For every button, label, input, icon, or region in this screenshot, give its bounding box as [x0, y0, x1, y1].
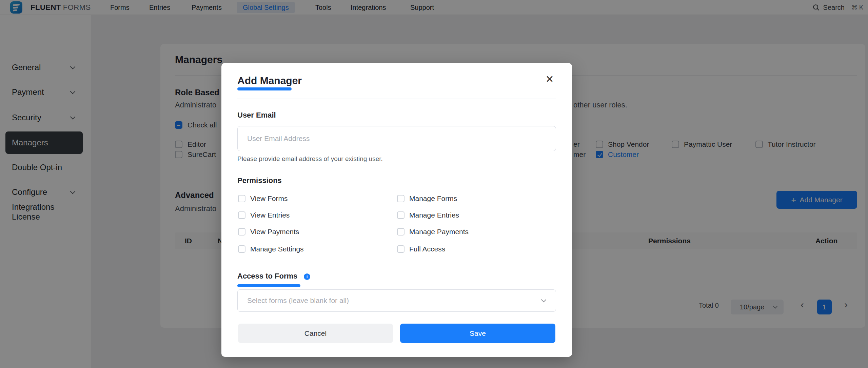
screen: FLUENTFORMS Forms Entries Payments Globa… — [0, 0, 868, 368]
permission-label-manage-settings: Manage Settings — [250, 244, 304, 254]
chevron-down-icon — [541, 297, 547, 303]
permission-checkbox-manage-forms[interactable] — [397, 195, 405, 202]
permission-checkbox-manage-payments[interactable] — [397, 228, 405, 236]
user-email-help-text: Please provide email address of your exi… — [237, 155, 383, 163]
permission-checkbox-view-forms[interactable] — [238, 195, 245, 202]
permission-label-manage-forms: Manage Forms — [409, 194, 457, 203]
permission-checkbox-manage-entries[interactable] — [397, 211, 405, 219]
permission-checkbox-view-payments[interactable] — [238, 228, 245, 236]
info-icon[interactable]: i — [304, 273, 310, 280]
permission-checkbox-manage-settings[interactable] — [238, 245, 245, 253]
user-email-label: User Email — [237, 111, 276, 120]
permissions-label: Permissions — [237, 176, 282, 185]
forms-select[interactable]: Select forms (leave blank for all) — [237, 289, 556, 312]
close-icon[interactable]: ✕ — [542, 72, 557, 87]
title-accent-bar — [237, 87, 292, 90]
save-button[interactable]: Save — [400, 324, 555, 343]
permission-checkbox-full-access[interactable] — [397, 245, 405, 253]
cancel-button[interactable]: Cancel — [238, 324, 393, 343]
permission-label-view-payments: View Payments — [250, 227, 299, 237]
permission-checkbox-view-entries[interactable] — [238, 211, 245, 219]
forms-select-placeholder: Select forms (leave blank for all) — [247, 290, 349, 311]
permission-label-full-access: Full Access — [409, 244, 445, 254]
permission-label-manage-entries: Manage Entries — [409, 210, 459, 220]
access-to-forms-label: Access to Forms — [237, 272, 297, 281]
access-accent-bar — [237, 284, 300, 287]
permission-label-manage-payments: Manage Payments — [409, 227, 469, 237]
permission-label-view-forms: View Forms — [250, 194, 288, 203]
divider — [237, 99, 556, 99]
user-email-input[interactable] — [237, 126, 556, 151]
permission-label-view-entries: View Entries — [250, 210, 290, 220]
modal-title: Add Manager — [237, 75, 302, 86]
add-manager-modal: Add Manager ✕ User Email Please provide … — [221, 63, 572, 357]
